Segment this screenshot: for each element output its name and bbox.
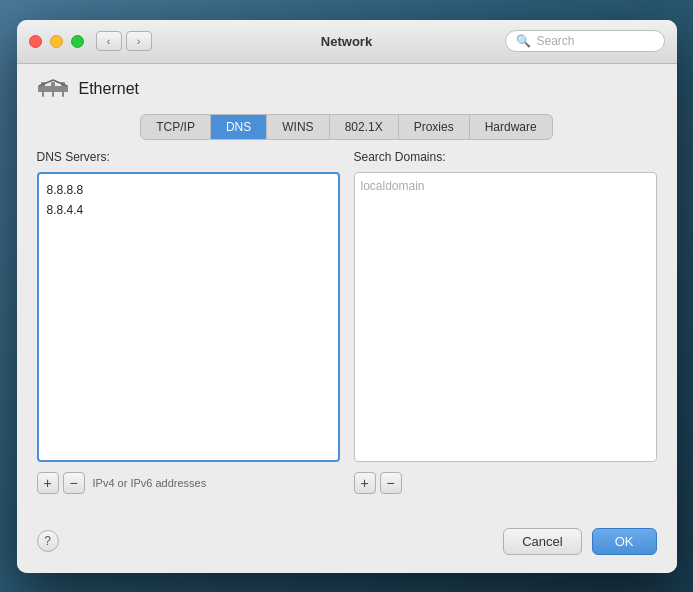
tab-hardware[interactable]: Hardware — [470, 115, 552, 139]
search-domains-controls: + − — [354, 472, 657, 494]
window-title: Network — [321, 34, 372, 49]
tabs-container: TCP/IP DNS WINS 802.1X Proxies Hardware — [37, 114, 657, 140]
dns-servers-controls: + − IPv4 or IPv6 addresses — [37, 472, 340, 494]
dns-hint: IPv4 or IPv6 addresses — [93, 477, 207, 489]
bottom-bar: ? Cancel OK — [17, 514, 677, 573]
dns-servers-section: DNS Servers: 8.8.8.8 8.8.4.4 + − IPv4 or… — [37, 150, 340, 494]
traffic-lights — [29, 35, 84, 48]
ok-button[interactable]: OK — [592, 528, 657, 555]
dns-entry-2: 8.8.4.4 — [45, 200, 332, 220]
dns-entry-1: 8.8.8.8 — [45, 180, 332, 200]
back-button[interactable]: ‹ — [96, 31, 122, 51]
forward-button[interactable]: › — [126, 31, 152, 51]
dns-servers-list[interactable]: 8.8.8.8 8.8.4.4 — [37, 172, 340, 462]
content-area: TCP/IP DNS WINS 802.1X Proxies Hardware … — [17, 114, 677, 514]
search-domains-placeholder: localdomain — [361, 179, 425, 193]
search-domains-label: Search Domains: — [354, 150, 657, 164]
search-domains-list[interactable]: localdomain — [354, 172, 657, 462]
help-button[interactable]: ? — [37, 530, 59, 552]
dns-add-button[interactable]: + — [37, 472, 59, 494]
cancel-button[interactable]: Cancel — [503, 528, 581, 555]
maximize-button[interactable] — [71, 35, 84, 48]
svg-rect-2 — [51, 82, 55, 87]
title-bar: ‹ › Network 🔍 Search — [17, 20, 677, 64]
minimize-button[interactable] — [50, 35, 63, 48]
sidebar-header: Ethernet — [17, 64, 677, 114]
back-icon: ‹ — [107, 35, 111, 47]
domains-add-button[interactable]: + — [354, 472, 376, 494]
tab-tcpip[interactable]: TCP/IP — [141, 115, 211, 139]
domains-remove-button[interactable]: − — [380, 472, 402, 494]
ethernet-label: Ethernet — [79, 80, 139, 98]
tab-wins[interactable]: WINS — [267, 115, 329, 139]
search-box[interactable]: 🔍 Search — [505, 30, 665, 52]
close-button[interactable] — [29, 35, 42, 48]
dns-servers-label: DNS Servers: — [37, 150, 340, 164]
search-domains-section: Search Domains: localdomain + − — [354, 150, 657, 494]
action-buttons: Cancel OK — [503, 528, 656, 555]
search-icon: 🔍 — [516, 34, 531, 48]
tab-proxies[interactable]: Proxies — [399, 115, 470, 139]
dns-panel: DNS Servers: 8.8.8.8 8.8.4.4 + − IPv4 or… — [37, 150, 657, 494]
forward-icon: › — [137, 35, 141, 47]
search-input[interactable]: Search — [537, 34, 654, 48]
nav-buttons: ‹ › — [96, 31, 152, 51]
tab-dns[interactable]: DNS — [211, 115, 267, 139]
tab-dot1x[interactable]: 802.1X — [330, 115, 399, 139]
tabs-group: TCP/IP DNS WINS 802.1X Proxies Hardware — [140, 114, 552, 140]
network-window: ‹ › Network 🔍 Search Ethernet — [17, 20, 677, 573]
ethernet-icon — [37, 78, 69, 100]
dns-remove-button[interactable]: − — [63, 472, 85, 494]
